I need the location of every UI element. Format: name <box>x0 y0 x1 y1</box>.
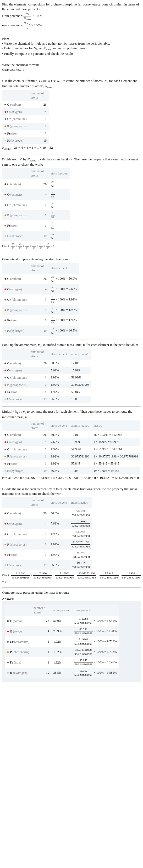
element-dot-icon: ● <box>4 182 6 186</box>
table-row: ● P (phosphorus)11.92%30.973761998 <box>2 381 91 389</box>
times-100: × 100% <box>32 14 43 18</box>
atom-percent-label: atom percent = <box>2 14 23 18</box>
element-dot-icon: ● <box>4 361 6 365</box>
element-label: ● H (hydrogen) <box>4 563 24 567</box>
element-label: ● C (carbon) <box>4 182 21 186</box>
mass-value: 1 × 55.845 = 55.845 <box>91 460 140 467</box>
col-atom-percent: atom percent <box>49 263 79 274</box>
atompct-heading: Compute atom percents using the atom fra… <box>2 257 141 261</box>
table-row: ● O (oxygen)4452 × 100% = 7.69% <box>2 284 79 294</box>
element-dot-icon: ● <box>4 102 6 106</box>
mass-percent-table: number of atomsatom percentmass percent … <box>5 605 119 678</box>
element-dot-icon: ● <box>4 234 6 238</box>
atomic-mass-block: Look up the atomic mass, mi, in unified … <box>2 342 141 403</box>
table-row: ● Fe (iron)11.92%55.845 <box>2 389 91 396</box>
element-dot-icon: ● <box>4 110 6 114</box>
table-row: ● O (oxygen)4452 <box>2 189 70 200</box>
element-label: ● C (carbon) <box>4 362 21 365</box>
element-label: ● Cr (chromium) <box>4 117 27 121</box>
element-dot-icon: ● <box>4 376 6 379</box>
atom-percent: 152 × 100% = 1.92% <box>49 315 79 326</box>
element-label: ● H (hydrogen) <box>4 329 24 333</box>
table-row: ● Fe (iron)11.92%55.845534.248861998 <box>2 550 92 560</box>
element-label: ● Fe (iron) <box>4 224 18 227</box>
element-dot-icon: ● <box>4 368 6 372</box>
chemical-formula: C₂₆H₁₉CrFeO₄P <box>2 67 141 72</box>
table-row: ● H (hydrogen)1936.5%1.008 <box>2 396 91 403</box>
atomic-mass: 1.008 <box>69 396 91 403</box>
element-label: ● P (phosphorus) <box>4 124 26 128</box>
atom-fraction: 152 <box>49 220 70 231</box>
element-label: ● Fe (iron) <box>7 661 21 664</box>
element-dot-icon: ● <box>4 462 6 466</box>
atom-percent: 2652 × 100% = 50.0% <box>49 274 79 284</box>
divider <box>2 484 141 484</box>
table-row: ● H (hydrogen)191952 × 100% = 36.5% <box>2 326 79 336</box>
table-row: ● Fe (iron)1152 × 100% = 1.92% <box>2 315 79 326</box>
element-dot-icon: ● <box>4 469 6 473</box>
element-label: ● C (carbon) <box>4 512 21 515</box>
element-dot-icon: ● <box>4 223 6 227</box>
element-label: ● Fe (iron) <box>4 390 18 394</box>
plan-heading: Plan: <box>2 36 141 41</box>
massfrac-heading: Divide the mass for each element by m to… <box>2 487 141 496</box>
mass-fraction: 312.286534.248861998 <box>69 508 92 519</box>
atom-count: 1 <box>29 130 49 137</box>
table-row: ● Cr (chromium)11.92%51.9961 <box>2 374 91 381</box>
element-label: ● Cr (chromium) <box>4 298 27 302</box>
table-row: ● Fe (iron)1152 <box>2 220 70 231</box>
element-label: ● P (phosphorus) <box>4 455 26 458</box>
element-dot-icon: ● <box>4 440 6 444</box>
table-row: ● Cr (chromium)1152 <box>2 200 70 210</box>
atom-count: 26 <box>29 101 49 108</box>
col-mass-percent: mass percent <box>72 605 119 616</box>
element-label: ● Cr (chromium) <box>4 376 27 379</box>
mass-fraction: 19.152534.248861998 <box>69 560 92 570</box>
mass-percent: 312.286534.248861998 × 100% = 58.45% <box>72 616 119 626</box>
element-dot-icon: ● <box>4 433 6 437</box>
element-label: ● O (oxygen) <box>4 369 22 372</box>
atom-percent: 452 × 100% = 7.69% <box>49 284 79 294</box>
mass-fraction-table: number of atomsatom percentmass fraction… <box>2 497 92 570</box>
element-dot-icon: ● <box>4 390 6 394</box>
count-atoms-block: Use the chemical formula, C₂₆H₁₉CrFeO₄P,… <box>2 79 141 151</box>
table-row: ● C (carbon)2650.0%12.01126 × 12.011 = 3… <box>2 431 140 438</box>
mass-percent-formula: mass percent = Ni mi m × 100% <box>2 21 141 30</box>
natoms-sum: Natoms = 26 + 4 + 1 + 1 + 1 + 19 = 52 <box>2 145 141 151</box>
element-label: ● Cr (chromium) <box>4 447 27 451</box>
element-label: ● H (hydrogen) <box>7 671 27 675</box>
element-dot-icon: ● <box>4 397 6 401</box>
atomic-mass: 55.845 <box>69 389 91 396</box>
atom-percent: 152 × 100% = 1.92% <box>49 305 79 315</box>
mass-block: Multiply Ni by mi to compute the mass fo… <box>2 409 141 480</box>
element-dot-icon: ● <box>4 203 6 207</box>
table-row: ● C (carbon)2650.0%12.011 <box>2 360 91 367</box>
formula-block: Write the chemical formula: C₂₆H₁₉CrFeO₄… <box>2 63 141 72</box>
element-dot-icon: ● <box>4 522 6 526</box>
element-label: ● Cr (chromium) <box>7 640 29 644</box>
plan-bullet-3: • Finally, compute the percents and chec… <box>2 51 141 56</box>
element-dot-icon: ● <box>4 124 6 128</box>
atom-percent-formula: atom percent = Ni Natoms × 100% <box>2 11 141 21</box>
atom-count: 4 <box>29 108 49 116</box>
atom-percent-fraction: Ni Natoms <box>23 11 31 21</box>
divider <box>2 254 141 254</box>
mass-heading: Multiply Ni by mi to compute the mass fo… <box>2 409 141 419</box>
element-label: ● P (phosphorus) <box>4 308 26 312</box>
table-row: ● Fe (iron)1 <box>2 130 49 137</box>
table-row: ● H (hydrogen)191952 <box>2 231 70 241</box>
element-label: ● Fe (iron) <box>4 132 18 135</box>
plan-bullet-2: • Determine values for Ni, mi, Natoms an… <box>2 46 141 51</box>
table-row: ● H (hydrogen)1936.5%19.152534.248861998 <box>2 560 92 570</box>
mass-value: 1 × 51.9961 = 51.9961 <box>91 446 140 453</box>
table-row: ● C (carbon)262652 × 100% = 50.0% <box>2 274 79 284</box>
table-row: ● C (carbon)2650.0%312.286534.248861998 … <box>5 616 119 626</box>
element-dot-icon: ● <box>4 542 6 547</box>
atomic-mass: 51.9961 <box>69 374 91 381</box>
massfrac-check: Check: 312.286534.248861998 + 63.996534.… <box>2 571 141 584</box>
table-row: ● P (phosphorus)11.92%30.973761998534.24… <box>5 647 119 657</box>
element-dot-icon: ● <box>4 447 6 451</box>
table-row: ● O (oxygen)47.69%15.999 <box>2 367 91 374</box>
element-label: ● H (hydrogen) <box>4 469 24 473</box>
col-atomic-mass: atomic mass/u <box>69 349 91 360</box>
